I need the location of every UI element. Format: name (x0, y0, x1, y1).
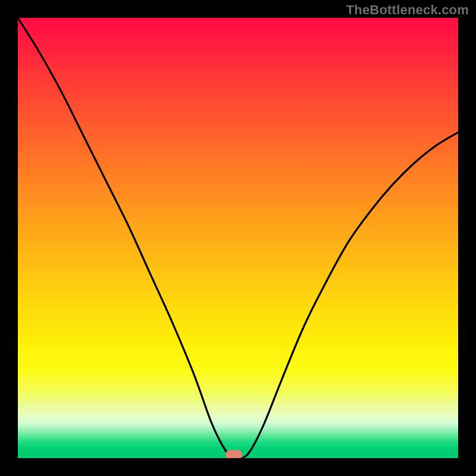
bottleneck-curve (18, 18, 458, 458)
watermark-text: TheBottleneck.com (346, 2, 469, 18)
plot-area (18, 18, 458, 458)
chart-frame: TheBottleneck.com (0, 0, 476, 476)
optimum-marker (226, 450, 242, 458)
